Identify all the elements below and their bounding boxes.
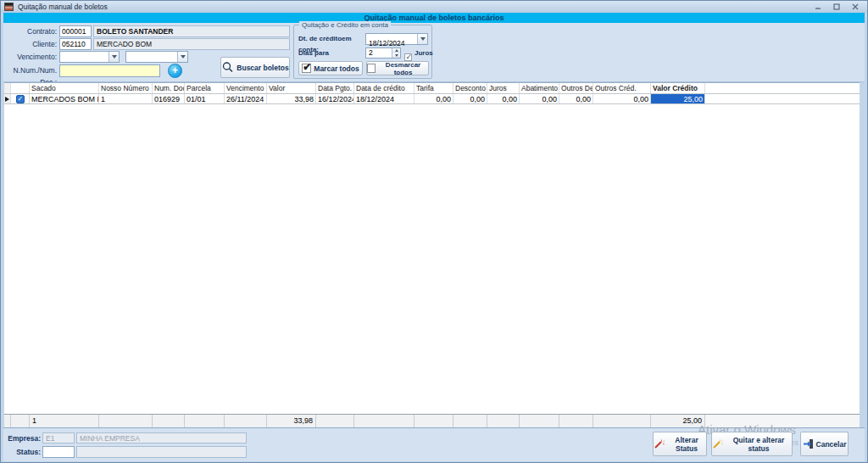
cell-outros-deb: 0,00 [559,94,593,103]
empresa-name-field: MINHA EMPRESA [76,432,247,443]
cell-juros: 0,00 [487,94,520,103]
alterar-status-button[interactable]: Alterar Status [653,432,707,456]
grid-totals-row: 1 33,98 25,00 [4,414,860,427]
vencimento-label: Vencimento: [3,51,57,63]
cliente-input[interactable] [59,38,92,50]
cell-valor: 33,98 [267,94,316,103]
buscar-boletos-label: Buscar boletos [236,64,288,72]
col-header-nosso-numero[interactable]: Nosso Número [99,83,153,93]
col-header-parcela[interactable]: Parcela [185,83,225,93]
cancelar-label: Cancelar [816,440,847,449]
cell-sacado: MERCADOS BOM PRE [30,94,99,103]
cell-data-credito: 18/12/2024 [354,94,415,103]
cell-abatimento: 0,00 [520,94,559,103]
cell-data-pgto: 16/12/2024 [316,94,354,103]
app-icon [4,3,14,11]
col-header-sacado[interactable]: Sacado [30,83,99,93]
red-wand-icon [654,438,665,449]
col-header-data-credito[interactable]: Data de crédito [354,83,415,93]
cell-valor-credito-selected[interactable]: 25,00 [651,94,705,103]
dt-credito-value: 18/12/2024 [366,39,408,47]
quitacao-groupbox: Quitação e Crédito em conta Dt. de crédi… [293,25,432,79]
col-header-data-pgto[interactable]: Data Pgto. [316,83,354,93]
quitar-alterar-status-label: Quitar e alterar status [726,436,792,453]
gold-wand-icon [712,438,723,449]
desmarcar-todos-button[interactable]: Desmarcar todos [366,61,429,75]
dt-credito-combo[interactable]: 18/12/2024 [365,33,428,45]
col-header-vencimento[interactable]: Vencimento [225,83,267,93]
status-label: Status: [3,446,41,458]
col-header-abatimento[interactable]: Abatimento [520,83,559,93]
marcar-todos-button[interactable]: Marcar todos [298,61,363,75]
minimize-button[interactable] [812,3,823,11]
col-header-num-doc[interactable]: Num. Doc. [153,83,185,93]
cancelar-button[interactable]: Cancelar [800,432,849,456]
contrato-name-field: BOLETO SANTANDER [93,25,290,37]
unchecked-box-icon [367,64,376,73]
cell-parcela: 01/01 [185,94,225,103]
exit-door-icon [803,438,814,449]
checked-checkbox-icon [16,95,25,103]
cell-nosso-numero: 1 [99,94,153,103]
stepper-down-icon[interactable] [392,53,400,59]
buscar-boletos-button[interactable]: Buscar boletos [220,57,290,78]
vencimento-to-dropdown-icon[interactable] [177,52,187,62]
footer-panel: Empresa: E1 MINHA EMPRESA Status: Altera… [3,427,865,461]
vencimento-to-combo[interactable] [125,51,188,63]
status-desc-field [76,446,247,458]
cliente-label: Cliente: [3,38,57,50]
quitacao-groupbox-title: Quitação e Crédito em conta [299,21,391,29]
contrato-label: Contrato: [3,25,57,37]
totals-valor-credito: 25,00 [651,415,705,427]
row-checkbox[interactable] [11,94,30,103]
close-button[interactable] [849,3,860,11]
vencimento-from-combo[interactable] [59,51,120,63]
dt-credito-dropdown-icon[interactable] [417,34,427,44]
grid-corner-cell [4,83,11,93]
cell-desconto: 0,00 [453,94,487,103]
checked-box-icon [302,64,311,73]
cell-vencimento: 26/11/2024 [225,94,267,103]
add-boleto-button[interactable]: + [168,64,182,78]
juros-label: Juros [415,47,433,59]
search-icon [221,61,234,74]
col-header-outros-cred[interactable]: Outros Créd. [593,83,651,93]
quitar-alterar-status-button[interactable]: Quitar e alterar status [711,432,793,456]
grid-header-row: Sacado Nosso Número Num. Doc. Parcela Ve… [4,83,860,93]
dias-compensacao-stepper[interactable]: 2 [365,47,401,59]
empresa-label: Empresa: [3,432,41,444]
marcar-todos-label: Marcar todos [314,64,359,73]
desmarcar-todos-label: Desmarcar todos [378,61,428,76]
app-window: Quitação manual de boletos Quitação manu… [0,0,868,463]
cliente-name-field: MERCADO BOM [93,38,290,50]
col-header-valor[interactable]: Valor [267,83,316,93]
contrato-input[interactable] [59,25,92,37]
window-titlebar: Quitação manual de boletos [1,1,867,13]
totals-count: 1 [30,415,99,427]
form-banner: Quitação manual de boletos bancários [3,13,865,23]
totals-valor: 33,98 [267,415,316,427]
maximize-button[interactable] [831,3,842,11]
boletos-grid: Sacado Nosso Número Num. Doc. Parcela Ve… [4,82,860,427]
cell-num-doc: 016929 [153,94,185,103]
alterar-status-label: Alterar Status [667,436,706,453]
cell-tarifa: 0,00 [415,94,453,103]
col-header-tarifa[interactable]: Tarifa [415,83,453,93]
table-row[interactable]: MERCADOS BOM PRE 1 016929 01/01 26/11/20… [4,93,860,104]
filter-panel: Contrato: BOLETO SANTANDER Cliente: MERC… [3,23,865,82]
col-header-valor-credito[interactable]: Valor Crédito [651,83,705,93]
vencimento-from-dropdown-icon[interactable] [108,52,119,62]
empresa-code-field: E1 [42,432,75,443]
col-header-check[interactable] [11,83,30,93]
col-header-desconto[interactable]: Desconto [453,83,487,93]
nnum-input[interactable] [59,64,160,77]
row-selector-icon [4,94,11,103]
col-header-juros[interactable]: Juros [487,83,520,93]
status-input[interactable] [42,446,75,458]
window-title: Quitação manual de boletos [18,3,108,11]
col-header-outros-deb[interactable]: Outros Deb [559,83,593,93]
cell-outros-cred: 0,00 [593,94,651,103]
